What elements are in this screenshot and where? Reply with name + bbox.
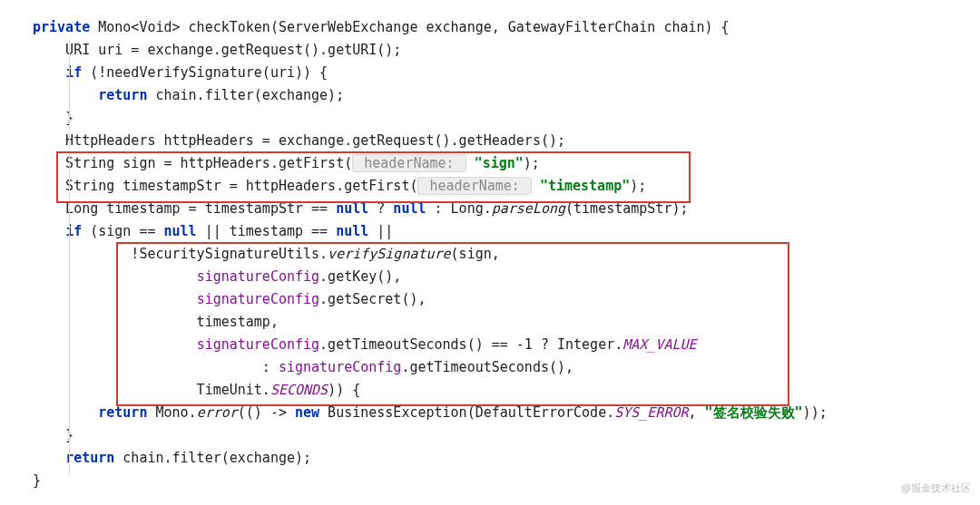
- param-hint-headername: headerName:: [352, 154, 466, 172]
- string-sign: "sign": [475, 155, 524, 171]
- const-max-value: MAX_VALUE: [622, 336, 696, 353]
- field-signature-config: signatureConfig: [197, 336, 319, 353]
- field-signature-config: signatureConfig: [279, 359, 401, 375]
- code-block: private Mono<Void> checkToken(ServerWebE…: [0, 0, 980, 492]
- field-signature-config: signatureConfig: [197, 268, 319, 285]
- param-hint-headername: headerName:: [417, 177, 531, 195]
- string-fail-msg: "签名校验失败": [705, 404, 803, 421]
- kw-new: new: [295, 404, 319, 421]
- watermark: @掘金技术社区: [901, 477, 971, 500]
- string-timestamp: "timestamp": [540, 178, 630, 194]
- const-seconds: SECONDS: [270, 382, 328, 398]
- kw-return: return: [98, 87, 147, 103]
- const-sys-error: SYS_ERROR: [614, 404, 688, 421]
- kw-private: private: [33, 19, 90, 35]
- kw-return: return: [98, 404, 147, 421]
- kw-if: if: [65, 223, 82, 239]
- kw-return: return: [65, 450, 114, 466]
- kw-if: if: [65, 64, 82, 81]
- field-signature-config: signatureConfig: [197, 291, 319, 307]
- indent-guide: [69, 39, 70, 474]
